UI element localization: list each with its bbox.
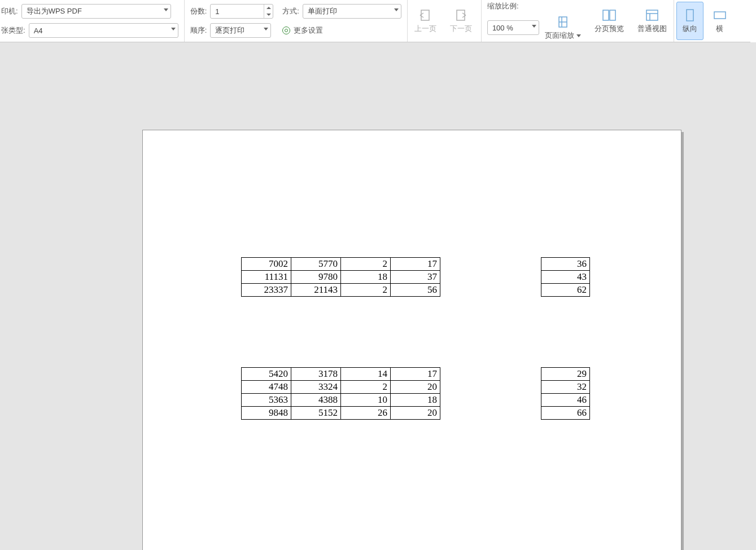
table-cell: 17 xyxy=(391,368,440,381)
data-table-1-extra: 364362 xyxy=(541,257,590,297)
table-row: 1113197801837 xyxy=(242,271,440,284)
order-value: 逐页打印 xyxy=(215,25,244,36)
prev-page-button[interactable]: 上一页 xyxy=(408,0,443,42)
preview-page: 7002577021711131978018372333721143256 36… xyxy=(142,130,681,550)
table-cell: 2 xyxy=(341,381,391,394)
landscape-label: 横 xyxy=(716,24,723,34)
table-cell: 5363 xyxy=(242,394,291,407)
svg-rect-6 xyxy=(610,10,615,20)
table-cell: 20 xyxy=(391,407,440,420)
table-cell: 2 xyxy=(341,284,391,297)
table-cell: 62 xyxy=(541,284,590,297)
table-cell: 11131 xyxy=(242,271,291,284)
page-break-preview-button[interactable]: 分页预览 xyxy=(588,0,631,42)
chevron-down-icon xyxy=(532,25,536,28)
portrait-button[interactable]: 纵向 xyxy=(676,2,703,40)
page-zoom-button[interactable]: 页面缩放 xyxy=(544,15,582,41)
paper-type-value: A4 xyxy=(34,27,43,35)
table-cell: 23337 xyxy=(242,284,291,297)
next-page-button[interactable]: 下一页 xyxy=(443,0,482,42)
paper-type-select[interactable]: A4 xyxy=(29,23,178,38)
more-settings-button[interactable]: 更多设置 xyxy=(282,25,323,36)
printer-paper-group: 印机: 导出为WPS PDF 张类型: A4 xyxy=(0,0,185,42)
table-cell: 46 xyxy=(541,394,590,407)
copies-mode-group: 份数: 1 方式: 单面打印 顺序: 逐页打印 更多设置 xyxy=(185,0,408,42)
table-row: 536343881018 xyxy=(242,394,440,407)
landscape-button[interactable]: 横 xyxy=(706,0,727,42)
zoom-group: 缩放比例: 100 % 页面缩放 xyxy=(482,0,588,42)
landscape-icon xyxy=(713,8,727,23)
spinner-up-icon[interactable] xyxy=(264,5,273,11)
portrait-icon xyxy=(683,8,697,23)
copies-value: 1 xyxy=(215,7,219,16)
order-label: 顺序: xyxy=(190,25,207,36)
table-row: 36 xyxy=(541,258,590,271)
table-cell: 36 xyxy=(541,258,590,271)
table-row: 32 xyxy=(541,381,590,394)
zoom-ratio-label: 缩放比例: xyxy=(487,1,519,11)
data-table-1: 7002577021711131978018372333721143256 xyxy=(241,257,440,297)
table-cell: 2 xyxy=(341,258,391,271)
table-cell: 32 xyxy=(541,381,590,394)
table-cell: 37 xyxy=(391,271,440,284)
table-cell: 5420 xyxy=(242,368,291,381)
svg-rect-1 xyxy=(457,10,465,20)
zoom-value: 100 % xyxy=(492,24,513,32)
table-row: 62 xyxy=(541,284,590,297)
page-zoom-text: 页面缩放 xyxy=(545,30,574,41)
data-table-2-extra: 29324666 xyxy=(541,367,590,420)
spinner-down-icon[interactable] xyxy=(264,11,273,18)
more-settings-label: 更多设置 xyxy=(294,25,323,36)
table-row: 70025770217 xyxy=(242,258,440,271)
table-cell: 18 xyxy=(341,271,391,284)
copies-label: 份数: xyxy=(190,6,207,16)
normal-view-button[interactable]: 普通视图 xyxy=(631,0,674,42)
printer-select-value: 导出为WPS PDF xyxy=(27,6,82,16)
preview-viewport[interactable]: 7002577021711131978018372333721143256 36… xyxy=(0,42,756,550)
table-cell: 3178 xyxy=(291,368,341,381)
chevron-down-icon xyxy=(394,8,399,11)
normal-view-label: 普通视图 xyxy=(637,24,667,34)
table-row: 2333721143256 xyxy=(242,284,440,297)
data-table-2: 5420317814174748332422053634388101898485… xyxy=(241,367,440,420)
next-page-icon xyxy=(453,8,468,23)
zoom-select[interactable]: 100 % xyxy=(487,20,539,35)
table-row: 46 xyxy=(541,394,590,407)
spinner-arrows xyxy=(264,5,273,18)
prev-page-icon xyxy=(418,8,432,23)
page-zoom-label: 页面缩放 xyxy=(545,30,581,41)
chevron-down-icon xyxy=(576,34,581,37)
table-cell: 5770 xyxy=(291,258,341,271)
order-select[interactable]: 逐页打印 xyxy=(210,23,271,38)
page-break-preview-label: 分页预览 xyxy=(595,24,624,34)
table-cell: 4388 xyxy=(291,394,341,407)
table-cell: 29 xyxy=(541,368,590,381)
svg-rect-0 xyxy=(421,10,429,20)
chevron-down-icon xyxy=(164,8,168,11)
table-cell: 43 xyxy=(541,271,590,284)
printer-select[interactable]: 导出为WPS PDF xyxy=(21,4,171,19)
svg-rect-11 xyxy=(714,12,726,19)
mode-label: 方式: xyxy=(282,6,299,16)
table-cell: 18 xyxy=(391,394,440,407)
chevron-down-icon xyxy=(171,28,176,30)
table-cell: 26 xyxy=(341,407,391,420)
table-cell: 5152 xyxy=(291,407,341,420)
paper-type-label: 张类型: xyxy=(1,25,25,36)
svg-rect-5 xyxy=(603,10,609,20)
print-preview-toolbar: 印机: 导出为WPS PDF 张类型: A4 份数: 1 xyxy=(0,0,756,42)
table-cell: 17 xyxy=(391,258,440,271)
table-cell: 21143 xyxy=(291,284,341,297)
table-cell: 56 xyxy=(391,284,440,297)
mode-select[interactable]: 单面打印 xyxy=(303,4,401,19)
table-cell: 9848 xyxy=(242,407,291,420)
table-row: 47483324220 xyxy=(242,381,440,394)
table-row: 43 xyxy=(541,271,590,284)
table-cell: 20 xyxy=(391,381,440,394)
copies-spinner[interactable]: 1 xyxy=(210,4,273,19)
table-cell: 4748 xyxy=(242,381,291,394)
page-zoom-icon xyxy=(556,15,570,29)
mode-value: 单面打印 xyxy=(308,6,337,16)
prev-page-label: 上一页 xyxy=(414,24,436,34)
normal-view-icon xyxy=(645,8,659,23)
